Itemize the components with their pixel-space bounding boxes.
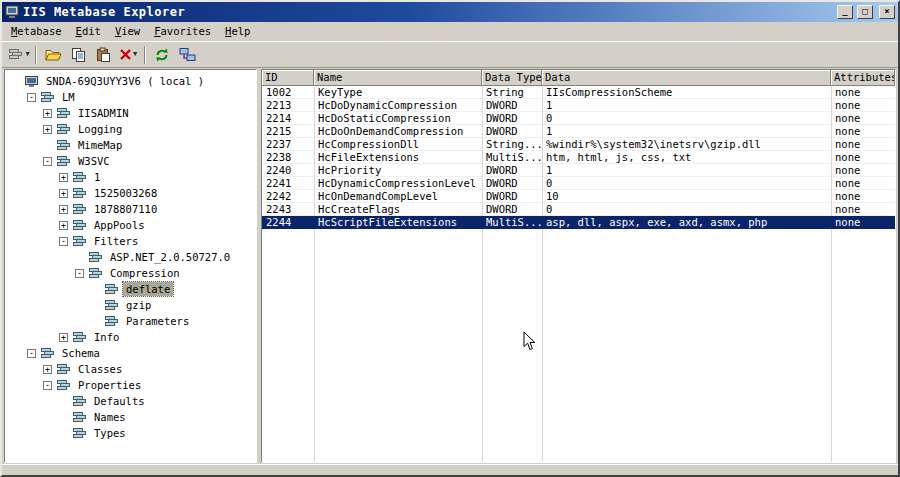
cell-attributes: none — [831, 99, 895, 111]
collapse-box-icon[interactable]: - — [59, 237, 68, 246]
tree-item-label: Types — [91, 426, 129, 440]
expand-box-icon[interactable]: + — [59, 173, 68, 182]
list-panel: IDNameData TypeDataAttributes 1002KeyTyp… — [261, 69, 896, 463]
cell-name: HcCreateFlags — [314, 203, 482, 215]
tree-item-label: 1525003268 — [91, 186, 160, 200]
tree-item-defaults[interactable]: Defaults — [5, 393, 256, 409]
column-header-name[interactable]: Name — [314, 70, 482, 86]
table-row-2244[interactable]: 2244HcScriptFileExtensionsMultiS...asp, … — [262, 216, 895, 229]
tree-item-properties[interactable]: -Properties — [5, 377, 256, 393]
menu-view[interactable]: View — [108, 22, 147, 41]
tree-item-1[interactable]: +1 — [5, 169, 256, 185]
table-row-2242[interactable]: 2242HcOnDemandCompLevelDWORD10none — [262, 190, 895, 203]
tree-item-lm[interactable]: -LM — [5, 89, 256, 105]
toolbar-separator — [35, 46, 37, 64]
table-row-2240[interactable]: 2240HcPriorityDWORD1none — [262, 164, 895, 177]
expand-box-icon[interactable]: + — [59, 221, 68, 230]
cell-name: KeyType — [314, 86, 482, 98]
tree-item-mimemap[interactable]: MimeMap — [5, 137, 256, 153]
tree-item-snda-69q3uyy3v6-local[interactable]: SNDA-69Q3UYY3V6 ( local ) — [5, 73, 256, 89]
tree-item-schema[interactable]: -Schema — [5, 345, 256, 361]
tree-item-compression[interactable]: -Compression — [5, 265, 256, 281]
expand-box-icon[interactable]: + — [59, 189, 68, 198]
column-header-id[interactable]: ID — [262, 70, 314, 86]
tree-item-1525003268[interactable]: +1525003268 — [5, 185, 256, 201]
tree-item-1878807110[interactable]: +1878807110 — [5, 201, 256, 217]
cell-data-type: MultiS... — [482, 151, 542, 163]
copy-button[interactable] — [66, 44, 90, 66]
table-row-2213[interactable]: 2213HcDoDynamicCompressionDWORD1none — [262, 99, 895, 112]
connect-computer-button[interactable] — [175, 44, 199, 66]
cell-attributes: none — [831, 190, 895, 202]
cell-name: HcCompressionDll — [314, 138, 482, 150]
expand-box-icon[interactable]: + — [43, 109, 52, 118]
expand-box-icon[interactable]: + — [59, 333, 68, 342]
cell-attributes: none — [831, 112, 895, 124]
tree-item-names[interactable]: Names — [5, 409, 256, 425]
delete-button[interactable]: ▼ — [116, 44, 140, 66]
tree-item-deflate[interactable]: deflate — [5, 281, 256, 297]
cell-data: 0 — [542, 203, 831, 215]
tree-item-iisadmin[interactable]: +IISADMIN — [5, 105, 256, 121]
cell-attributes: none — [831, 151, 895, 163]
menu-help[interactable]: Help — [218, 22, 257, 41]
expand-box-icon[interactable]: + — [59, 205, 68, 214]
paste-button[interactable] — [91, 44, 115, 66]
tree-item-label: Parameters — [123, 314, 192, 328]
metabase-key-icon — [72, 396, 87, 407]
table-row-2215[interactable]: 2215HcDoOnDemandCompressionDWORD1none — [262, 125, 895, 138]
tree-item-parameters[interactable]: Parameters — [5, 313, 256, 329]
collapse-box-icon[interactable]: - — [75, 269, 84, 278]
tree-item-filters[interactable]: -Filters — [5, 233, 256, 249]
collapse-box-icon[interactable]: - — [27, 93, 36, 102]
table-row-1002[interactable]: 1002KeyTypeStringIIsCompressionSchemenon… — [262, 86, 895, 99]
maximize-button[interactable]: □ — [857, 5, 873, 19]
table-row-2238[interactable]: 2238HcFileExtensionsMultiS...htm, html, … — [262, 151, 895, 164]
cell-name: HcPriority — [314, 164, 482, 176]
collapse-box-icon[interactable]: - — [43, 157, 52, 166]
status-bar — [2, 464, 898, 475]
open-folder-button[interactable] — [41, 44, 65, 66]
collapse-box-icon[interactable]: - — [43, 381, 52, 390]
table-row-2214[interactable]: 2214HcDoStaticCompressionDWORD0none — [262, 112, 895, 125]
menu-favorites[interactable]: Favorites — [147, 22, 218, 41]
tree-item-logging[interactable]: +Logging — [5, 121, 256, 137]
menu-edit[interactable]: Edit — [69, 22, 108, 41]
refresh-button[interactable] — [150, 44, 174, 66]
metabase-key-icon — [104, 284, 119, 295]
metabase-key-icon — [72, 172, 87, 183]
cell-id: 2240 — [262, 164, 314, 176]
tree-item-apppools[interactable]: +AppPools — [5, 217, 256, 233]
expand-box-icon[interactable]: + — [43, 125, 52, 134]
toolbar: ▼ ▼ — [2, 41, 898, 68]
dropdown-arrow-icon: ▼ — [25, 51, 29, 58]
cell-data: 1 — [542, 125, 831, 137]
collapse-box-icon[interactable]: - — [27, 349, 36, 358]
tree-item-label: Info — [91, 330, 122, 344]
table-row-2241[interactable]: 2241HcDynamicCompressionLevelDWORD0none — [262, 177, 895, 190]
tree-item-label: AppPools — [91, 218, 148, 232]
close-button[interactable]: × — [879, 5, 895, 19]
table-row-2237[interactable]: 2237HcCompressionDllString...%windir%\sy… — [262, 138, 895, 151]
menu-bar: MetabaseEditViewFavoritesHelp — [2, 22, 898, 41]
tree-item-classes[interactable]: +Classes — [5, 361, 256, 377]
tree-item-info[interactable]: +Info — [5, 329, 256, 345]
tree-item-label: ASP.NET_2.0.50727.0 — [107, 250, 233, 264]
new-key-button[interactable]: ▼ — [7, 44, 31, 66]
tree-item-w3svc[interactable]: -W3SVC — [5, 153, 256, 169]
tree-item-asp-net-2-0-50727-0[interactable]: ASP.NET_2.0.50727.0 — [5, 249, 256, 265]
expand-box-icon[interactable]: + — [43, 365, 52, 374]
tree-item-gzip[interactable]: gzip — [5, 297, 256, 313]
minimize-button[interactable]: _ — [837, 5, 853, 19]
cell-data-type: DWORD — [482, 164, 542, 176]
column-header-attributes[interactable]: Attributes — [831, 70, 895, 86]
table-row-2243[interactable]: 2243HcCreateFlagsDWORD0none — [262, 203, 895, 216]
menu-metabase[interactable]: Metabase — [4, 22, 69, 41]
metabase-key-icon — [88, 268, 103, 279]
cell-id: 2244 — [262, 216, 314, 229]
column-header-data[interactable]: Data — [542, 70, 831, 86]
column-header-data-type[interactable]: Data Type — [482, 70, 542, 86]
tree-item-label: W3SVC — [75, 154, 113, 168]
tree-item-types[interactable]: Types — [5, 425, 256, 441]
cell-name: HcOnDemandCompLevel — [314, 190, 482, 202]
